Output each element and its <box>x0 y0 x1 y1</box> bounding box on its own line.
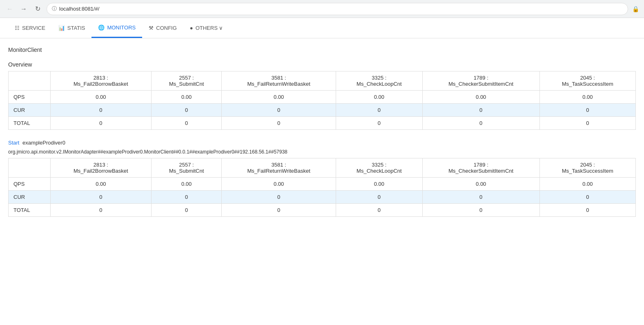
col-header-0: 2813 :Ms_Fail2BorrowBasket <box>50 71 152 91</box>
page-title: MonitorClient <box>8 47 636 53</box>
provider-col-empty <box>9 158 51 178</box>
cell-2-5: 0 <box>539 204 635 217</box>
cell-1-0: 0 <box>50 104 152 117</box>
lock-icon: 🔒 <box>632 6 639 12</box>
cell-2-4: 0 <box>422 117 539 130</box>
monitors-icon: 🌐 <box>98 24 105 31</box>
col-header-3: 3325 :Ms_CheckLoopCnt <box>336 158 423 178</box>
cell-1-0: 0 <box>50 191 152 204</box>
cell-1-4: 0 <box>422 104 539 117</box>
cell-0-3: 0.00 <box>336 91 423 104</box>
address-bar: ⓘ localhost:8081/#/ <box>47 3 628 15</box>
cell-0-4: 0.00 <box>422 178 539 191</box>
cell-0-3: 0.00 <box>336 178 423 191</box>
cell-0-4: 0.00 <box>422 91 539 104</box>
reload-button[interactable]: ↻ <box>33 4 42 14</box>
cell-0-0: 0.00 <box>50 91 152 104</box>
info-icon: ⓘ <box>52 5 57 12</box>
provider-name: exampleProdiver0 <box>22 140 65 146</box>
cell-2-4: 0 <box>422 204 539 217</box>
row-label-2: TOTAL <box>9 117 51 130</box>
others-icon: ● <box>190 25 193 31</box>
cell-0-1: 0.00 <box>152 91 222 104</box>
cell-1-1: 0 <box>152 104 222 117</box>
row-label-1: CUR <box>9 191 51 204</box>
overview-title: Overview <box>8 61 636 68</box>
cell-0-5: 0.00 <box>539 91 635 104</box>
col-header-0: 2813 :Ms_Fail2BorrowBasket <box>50 158 152 178</box>
forward-button[interactable]: → <box>19 4 29 14</box>
table-row: TOTAL000000 <box>9 117 636 130</box>
col-header-4: 1789 :Ms_CheckerSubmitItemCnt <box>422 71 539 91</box>
col-header-1: 2557 :Ms_SubmitCnt <box>152 71 222 91</box>
cell-1-5: 0 <box>539 104 635 117</box>
start-section: Start exampleProdiver0 <box>8 140 636 146</box>
cell-1-1: 0 <box>152 191 222 204</box>
row-label-0: QPS <box>9 91 51 104</box>
cell-1-4: 0 <box>422 191 539 204</box>
path-text: org.jmicro.api.monitor.v2.IMonitorAdapte… <box>8 149 636 155</box>
nav-label-statis: STATIS <box>67 25 85 31</box>
cell-2-2: 0 <box>222 204 336 217</box>
cell-2-5: 0 <box>539 117 635 130</box>
cell-2-2: 0 <box>222 117 336 130</box>
cell-1-2: 0 <box>222 191 336 204</box>
nav-item-others[interactable]: ● OTHERS ∨ <box>183 18 230 38</box>
back-button[interactable]: ← <box>5 4 15 14</box>
start-label: Start <box>8 140 19 146</box>
col-header-5: 2045 :Ms_TaskSuccessItem <box>539 158 635 178</box>
cell-2-1: 0 <box>152 117 222 130</box>
cell-1-3: 0 <box>336 104 423 117</box>
table-row: TOTAL000000 <box>9 204 636 217</box>
cell-2-1: 0 <box>152 204 222 217</box>
cell-2-3: 0 <box>336 117 423 130</box>
col-header-1: 2557 :Ms_SubmitCnt <box>152 158 222 178</box>
cell-0-2: 0.00 <box>222 178 336 191</box>
provider-table: 2813 :Ms_Fail2BorrowBasket2557 :Ms_Submi… <box>8 158 636 217</box>
table-row: CUR000000 <box>9 191 636 204</box>
cell-0-0: 0.00 <box>50 178 152 191</box>
service-icon: ☷ <box>15 25 20 31</box>
col-header-2: 3581 :Ms_FailReturnWriteBasket <box>222 158 336 178</box>
cell-0-2: 0.00 <box>222 91 336 104</box>
nav-item-monitors[interactable]: 🌐 MONITORS <box>91 18 142 38</box>
col-header-5: 2045 :Ms_TaskSuccessItem <box>539 71 635 91</box>
overview-table: 2813 :Ms_Fail2BorrowBasket2557 :Ms_Submi… <box>8 71 636 130</box>
row-label-0: QPS <box>9 178 51 191</box>
row-label-2: TOTAL <box>9 204 51 217</box>
cell-2-3: 0 <box>336 204 423 217</box>
cell-1-5: 0 <box>539 191 635 204</box>
cell-2-0: 0 <box>50 117 152 130</box>
nav-label-service: SERVICE <box>22 25 45 31</box>
page-content: MonitorClient Overview 2813 :Ms_Fail2Bor… <box>0 38 644 232</box>
col-header-2: 3581 :Ms_FailReturnWriteBasket <box>222 71 336 91</box>
table-row: QPS0.000.000.000.000.000.00 <box>9 91 636 104</box>
config-icon: ⚒ <box>149 25 154 31</box>
nav-label-others: OTHERS ∨ <box>196 25 223 31</box>
app-nav: ☷ SERVICE 📊 STATIS 🌐 MONITORS ⚒ CONFIG ●… <box>0 18 644 38</box>
browser-chrome: ← → ↻ ⓘ localhost:8081/#/ 🔒 <box>0 0 644 18</box>
col-header-3: 3325 :Ms_CheckLoopCnt <box>336 71 423 91</box>
overview-col-empty <box>9 71 51 91</box>
nav-item-statis[interactable]: 📊 STATIS <box>52 18 92 38</box>
url-text[interactable]: localhost:8081/#/ <box>59 6 99 12</box>
statis-icon: 📊 <box>58 25 65 31</box>
nav-label-config: CONFIG <box>156 25 177 31</box>
row-label-1: CUR <box>9 104 51 117</box>
cell-0-1: 0.00 <box>152 178 222 191</box>
nav-item-service[interactable]: ☷ SERVICE <box>8 18 52 38</box>
cell-2-0: 0 <box>50 204 152 217</box>
nav-item-config[interactable]: ⚒ CONFIG <box>142 18 183 38</box>
cell-1-3: 0 <box>336 191 423 204</box>
cell-0-5: 0.00 <box>539 178 635 191</box>
col-header-4: 1789 :Ms_CheckerSubmitItemCnt <box>422 158 539 178</box>
nav-label-monitors: MONITORS <box>107 24 136 31</box>
table-row: CUR000000 <box>9 104 636 117</box>
cell-1-2: 0 <box>222 104 336 117</box>
table-row: QPS0.000.000.000.000.000.00 <box>9 178 636 191</box>
